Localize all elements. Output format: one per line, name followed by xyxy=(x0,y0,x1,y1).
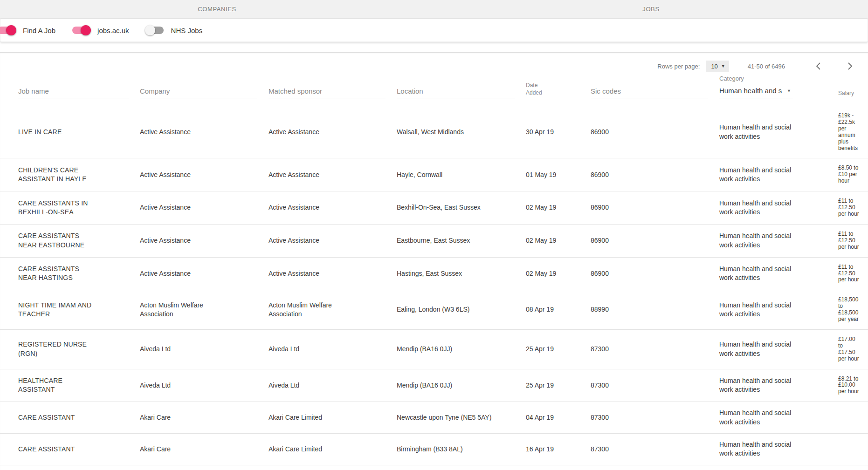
cell-salary: £11 to £12.50 per hour xyxy=(838,224,868,257)
tab-companies[interactable]: COMPANIES xyxy=(0,0,434,18)
cell-date-added: 25 Apr 19 xyxy=(526,329,591,369)
cell-matched-sponsor: Active Assistance xyxy=(269,257,397,290)
table-row[interactable]: REGISTERED NURSE (RGN) Aiveda Ltd Aiveda… xyxy=(0,329,868,369)
cell-sic-codes: 86900 xyxy=(591,106,719,158)
cell-matched-sponsor: Akari Care Limited xyxy=(269,402,397,434)
cell-salary xyxy=(838,433,868,465)
cell-sic-codes: 86900 xyxy=(591,158,719,191)
cell-sic-codes: 87300 xyxy=(591,369,719,402)
toggle-label: Find A Job xyxy=(23,27,55,34)
cell-location: Hastings, East Sussex xyxy=(397,257,526,290)
chevron-right-icon xyxy=(847,62,853,70)
cell-location: Ealing, London (W3 6LS) xyxy=(397,290,526,330)
cell-location: Eastbourne, East Sussex xyxy=(397,224,526,257)
cell-job-name: LIVE IN CARE xyxy=(0,106,140,158)
cell-sic-codes: 87300 xyxy=(591,329,719,369)
cell-sic-codes: 88990 xyxy=(591,290,719,330)
cell-sic-codes: 86900 xyxy=(591,257,719,290)
table-row[interactable]: CARE ASSISTANTS NEAR HASTINGS Active Ass… xyxy=(0,257,868,290)
cell-company: Akari Care xyxy=(140,402,269,434)
previous-page-button[interactable] xyxy=(812,60,824,72)
cell-category: Human health and social work activities xyxy=(719,106,838,158)
cell-company: Aiveda Ltd xyxy=(140,329,269,369)
toggle-knob xyxy=(81,25,91,35)
cell-category: Human health and social work activities xyxy=(719,224,838,257)
table-row[interactable]: CARE ASSISTANTS IN BEXHILL-ON-SEA Active… xyxy=(0,191,868,225)
cell-job-name: CARE ASSISTANTS IN BEXHILL-ON-SEA xyxy=(0,191,140,225)
category-header-label: Category xyxy=(719,75,827,82)
jobs-table: Date Added Category Human health and s ▼… xyxy=(0,75,868,465)
job-name-filter-input[interactable] xyxy=(18,85,129,98)
pagination-range-label: 41-50 of 6496 xyxy=(748,63,785,70)
location-filter-input[interactable] xyxy=(397,85,515,98)
toggle-item-find-a-job: Find A Job xyxy=(0,25,55,35)
table-row[interactable]: CARE ASSISTANT Akari Care Akari Care Lim… xyxy=(0,402,868,434)
jobs-table-header: Date Added Category Human health and s ▼… xyxy=(0,75,868,106)
cell-location: Birmingham (B33 8AL) xyxy=(397,433,526,465)
toggle-item-jobs-ac-uk: jobs.ac.uk xyxy=(68,25,129,35)
sic-codes-filter-input[interactable] xyxy=(591,85,708,98)
cell-company: Active Assistance xyxy=(140,158,269,191)
cell-job-name: CARE ASSISTANTS NEAR HASTINGS xyxy=(0,257,140,290)
cell-job-name: HEALTHCARE ASSISTANT xyxy=(0,369,140,402)
cell-matched-sponsor: Aiveda Ltd xyxy=(269,369,397,402)
cell-matched-sponsor: Active Assistance xyxy=(269,191,397,225)
cell-salary: £11 to £12.50 per hour xyxy=(838,191,868,225)
find-a-job-toggle[interactable] xyxy=(0,25,16,35)
cell-sic-codes: 87300 xyxy=(591,402,719,434)
cell-matched-sponsor: Acton Muslim Welfare Association xyxy=(269,290,397,330)
category-select[interactable]: Human health and s ▼ xyxy=(719,86,793,98)
table-row[interactable]: CARE ASSISTANT Akari Care Akari Care Lim… xyxy=(0,433,868,465)
matched-sponsor-filter-input[interactable] xyxy=(269,85,386,98)
cell-sic-codes: 86900 xyxy=(591,224,719,257)
nhs-jobs-toggle[interactable] xyxy=(145,25,165,35)
pagination-bottom: Rows per page: 10 ▼ 41-50 of 6496 xyxy=(0,465,868,470)
table-row[interactable]: CHILDREN'S CARE ASSISTANT IN HAYLE Activ… xyxy=(0,158,868,191)
chevron-left-icon xyxy=(816,62,821,70)
cell-date-added: 02 May 19 xyxy=(526,224,591,257)
cell-salary: £8.21 to £10.00 per hour xyxy=(838,369,868,402)
next-page-button[interactable] xyxy=(844,60,856,72)
cell-date-added: 01 May 19 xyxy=(526,158,591,191)
cell-category: Human health and social work activities xyxy=(719,158,838,191)
cell-salary xyxy=(838,402,868,434)
toggle-knob xyxy=(6,25,16,35)
cell-salary: £18,500 to £18,500 per year xyxy=(838,290,868,330)
cell-salary: £8.50 to £10 per hour xyxy=(838,158,868,191)
cell-category: Human health and social work activities xyxy=(719,191,838,225)
table-row[interactable]: CARE ASSISTANTS NEAR EASTBOURNE Active A… xyxy=(0,224,868,257)
cell-job-name: CHILDREN'S CARE ASSISTANT IN HAYLE xyxy=(0,158,140,191)
cell-job-name: REGISTERED NURSE (RGN) xyxy=(0,329,140,369)
top-tab-bar: COMPANIES JOBS xyxy=(0,0,868,19)
cell-matched-sponsor: Active Assistance xyxy=(269,106,397,158)
cell-job-name: CARE ASSISTANTS NEAR EASTBOURNE xyxy=(0,224,140,257)
rows-per-page-select[interactable]: 10 ▼ xyxy=(706,61,729,72)
cell-category: Human health and social work activities xyxy=(719,257,838,290)
cell-location: Mendip (BA16 0JJ) xyxy=(397,329,526,369)
toggle-label: jobs.ac.uk xyxy=(97,27,129,34)
toggle-label: NHS Jobs xyxy=(171,27,203,34)
toggle-knob xyxy=(145,25,155,35)
cell-company: Aiveda Ltd xyxy=(140,369,269,402)
cell-date-added: 08 Apr 19 xyxy=(526,290,591,330)
cell-matched-sponsor: Active Assistance xyxy=(269,224,397,257)
table-row[interactable]: NIGHT TIME IMAM AND TEACHER Acton Muslim… xyxy=(0,290,868,330)
toggle-item-nhs-jobs: NHS Jobs xyxy=(141,25,203,35)
jobs-ac-uk-toggle[interactable] xyxy=(71,25,91,35)
cell-location: Bexhill-On-Sea, East Sussex xyxy=(397,191,526,225)
cell-company: Active Assistance xyxy=(140,191,269,225)
pagination-top: Rows per page: 10 ▼ 41-50 of 6496 xyxy=(0,53,868,75)
cell-salary: £17.00 to £17.50 per hour xyxy=(838,329,868,369)
cell-category: Human health and social work activities xyxy=(719,369,838,402)
table-row[interactable]: HEALTHCARE ASSISTANT Aiveda Ltd Aiveda L… xyxy=(0,369,868,402)
caret-down-icon: ▼ xyxy=(721,64,725,68)
tab-jobs[interactable]: JOBS xyxy=(434,0,868,18)
cell-company: Akari Care xyxy=(140,433,269,465)
company-filter-input[interactable] xyxy=(140,85,257,98)
job-source-filter-card: Find A Job jobs.ac.uk NHS Jobs xyxy=(0,19,868,42)
date-added-header: Date Added xyxy=(526,82,546,98)
cell-location: Mendip (BA16 0JJ) xyxy=(397,369,526,402)
cell-company: Active Assistance xyxy=(140,224,269,257)
table-row[interactable]: LIVE IN CARE Active Assistance Active As… xyxy=(0,106,868,158)
cell-location: Newcastle upon Tyne (NE5 5AY) xyxy=(397,402,526,434)
